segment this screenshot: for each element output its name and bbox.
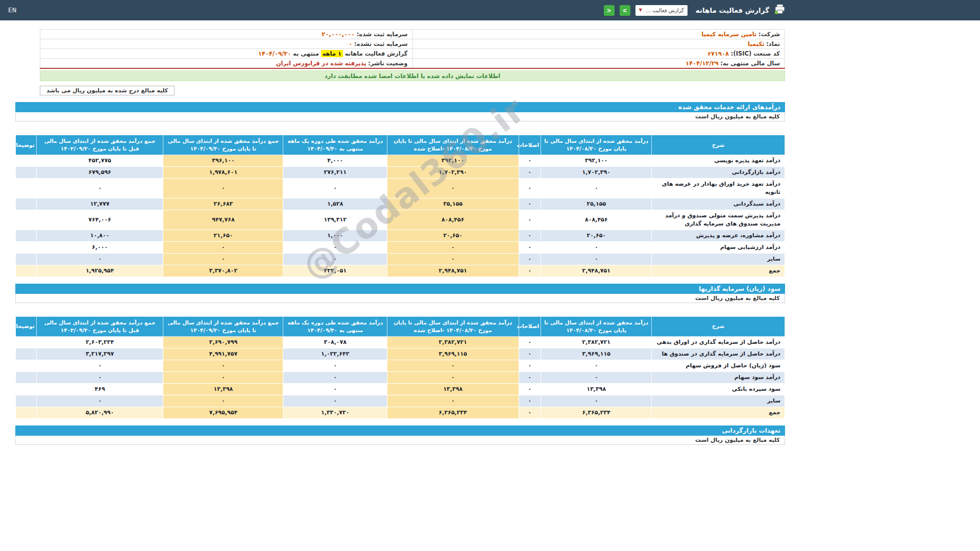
- row-notes: [16, 179, 37, 198]
- row-value: ۰: [519, 167, 541, 179]
- row-label: درآمد پذیرش سمت متولی صندوق و درآمد مدیر…: [652, 210, 785, 230]
- row-notes: [16, 198, 37, 210]
- row-value: ۰: [519, 395, 541, 407]
- row-value: ۱,۹۲۵,۹۵۴: [36, 265, 163, 277]
- row-value: ۰: [163, 241, 283, 253]
- report-period-mid: منتهی به: [293, 50, 319, 57]
- row-value: ۸۰۸,۴۵۶: [541, 210, 652, 230]
- table-row: سود سپرده بانکی۱۳,۳۹۸۰۱۳,۳۹۸۰۱۳,۳۹۸۴۶۹: [16, 383, 785, 395]
- report-type-selected-value: گزارش فعالیت ماهانه: [645, 8, 684, 13]
- row-value: ۲,۹۴۸,۷۵۱: [541, 265, 652, 277]
- row-value: ۰: [541, 360, 652, 372]
- investment-gains-table: شرح درآمد محقق شده از ابتدای سال مالی تا…: [15, 316, 785, 419]
- report-period-date: ۱۴۰۴/۰۹/۳۰: [258, 50, 291, 57]
- col-header-adjusted: درآمد محقق شده از ابتدای سال مالی تا پای…: [387, 135, 519, 155]
- row-value: ۰: [387, 253, 519, 265]
- row-value: ۰: [541, 179, 652, 198]
- row-label: درآمد ارزشیابی سهام: [652, 241, 785, 253]
- table-row: جمع۶,۳۶۵,۲۳۴۰۶,۳۶۵,۲۳۴۱,۳۳۰,۷۲۰۷,۶۹۵,۹۵۴…: [16, 407, 785, 418]
- row-value: ۲۱,۶۵۰: [163, 230, 283, 242]
- row-label: درآمد تعهد پذیره نویسی: [652, 155, 785, 167]
- amounts-note-row: کلیه مبالغ درج شده به میلیون ریال می باش…: [40, 86, 785, 95]
- row-label: درآمد سود سهام: [652, 372, 785, 384]
- table-row: درآمد بازارگردانی۱,۷۰۲,۳۹۰۰۱,۷۰۲,۳۹۰۲۷۶,…: [16, 167, 785, 179]
- row-value: ۰: [163, 360, 283, 372]
- row-value: ۰: [283, 179, 387, 198]
- row-value: ۰: [163, 253, 283, 265]
- row-value: ۱,۳۳۰,۷۲۰: [283, 407, 387, 418]
- table-row: درآمد تعهد پذیره نویسی۳۹۲,۱۰۰۰۳۹۲,۱۰۰۴,۰…: [16, 155, 785, 167]
- row-value: ۱۳,۳۹۸: [541, 383, 652, 395]
- section-title: تعهدات بازارگردانی: [15, 425, 785, 436]
- row-value: ۴,۹۹۱,۷۵۷: [163, 348, 283, 360]
- issuer-status-label: وضعیت ناشر:: [368, 60, 407, 67]
- row-value: ۴۶۹: [36, 383, 163, 395]
- report-page: شرکت: تامین سرمایه کیمیا سرمایه ثبت شده:…: [15, 29, 785, 445]
- col-header-month: درآمد محقق شده طی دوره یک ماهه منتهی به …: [283, 316, 387, 336]
- table-row: سایر۰۰۰۰۰۰: [16, 253, 785, 265]
- row-value: ۰: [283, 360, 387, 372]
- row-value: ۰: [283, 241, 387, 253]
- row-value: ۶,۰۰۰: [36, 241, 163, 253]
- section-title: سود (زیان) سرمایه گذاریها: [15, 284, 785, 294]
- row-value: ۱,۰۰۰: [283, 230, 387, 242]
- col-header-adjustments: اصلاحات: [519, 135, 541, 155]
- row-value: ۰: [519, 230, 541, 242]
- row-value: ۳,۲۱۷,۲۹۷: [36, 348, 163, 360]
- next-report-button[interactable]: >: [620, 5, 630, 16]
- row-notes: [16, 372, 37, 384]
- row-value: ۸۰۸,۴۵۶: [387, 210, 519, 230]
- row-value: ۲,۶۰۳,۲۲۴: [36, 337, 163, 348]
- row-value: ۳,۹۶۹,۱۱۵: [387, 348, 519, 360]
- info-row-symbol: نماد: تکیمیا سرمایه ثبت نشده: ۰: [40, 39, 785, 49]
- row-value: ۴,۰۰۰: [283, 155, 387, 167]
- registered-capital-value: ۲۰,۰۰۰,۰۰۰: [322, 31, 355, 38]
- language-toggle[interactable]: EN: [8, 7, 17, 14]
- row-value: ۶۷۹,۵۹۶: [36, 167, 163, 179]
- row-value: ۵,۸۲۰,۹۹۰: [36, 407, 163, 418]
- row-value: ۰: [387, 395, 519, 407]
- col-header-total: جمع درآمد محقق شده از ابتدای سال مالی تا…: [163, 135, 283, 155]
- row-value: ۳,۳۷۰,۸۰۲: [163, 265, 283, 277]
- company-label: شرکت:: [758, 31, 780, 38]
- table-row: درآمد پذیرش سمت متولی صندوق و درآمد مدیر…: [16, 210, 785, 230]
- row-value: ۰: [36, 253, 163, 265]
- row-notes: [16, 360, 37, 372]
- table-row: سایر۰۰۰۰۰۰: [16, 395, 785, 407]
- row-value: ۹۴۷,۷۶۸: [163, 210, 283, 230]
- row-value: ۰: [387, 372, 519, 384]
- col-header-ytd: درآمد محقق شده از ابتدای سال مالی تا پای…: [541, 135, 652, 155]
- row-value: ۲,۶۹۰,۷۹۹: [163, 337, 283, 348]
- row-value: ۰: [519, 198, 541, 210]
- section-title: درآمدهای ارائه خدمات محقق شده: [15, 102, 785, 112]
- report-type-select[interactable]: گزارش فعالیت ماهانه ▼: [635, 5, 688, 16]
- row-value: ۲,۳۸۲,۷۲۱: [541, 337, 652, 348]
- row-value: ۴۵۲,۷۷۵: [36, 155, 163, 167]
- row-value: ۰: [519, 253, 541, 265]
- row-value: ۰: [519, 241, 541, 253]
- row-value: ۰: [519, 372, 541, 384]
- col-header-prev-year: جمع درآمد محقق شده از ابتدای سال مالی قب…: [36, 135, 163, 155]
- row-notes: [16, 230, 37, 242]
- previous-report-button[interactable]: <: [604, 5, 615, 16]
- print-button[interactable]: [774, 5, 785, 16]
- fiscal-year-label: سال مالی منتهی به:: [720, 60, 780, 67]
- topbar: گزارش فعالیت ماهانه گزارش فعالیت ماهانه …: [0, 0, 980, 20]
- section-subtitle: کلیه مبالغ به میلیون ریال است: [15, 112, 785, 121]
- row-notes: [16, 241, 37, 253]
- row-value: ۱,۰۲۲,۶۴۲: [283, 348, 387, 360]
- row-value: ۳۹۲,۱۰۰: [387, 155, 519, 167]
- row-value: ۰: [283, 395, 387, 407]
- col-header-description: شرح: [652, 135, 785, 155]
- col-header-adjusted: درآمد محقق شده از ابتدای سال مالی تا پای…: [387, 316, 519, 336]
- row-notes: [16, 167, 37, 179]
- table-row: جمع۲,۹۴۸,۷۵۱۰۲,۹۴۸,۷۵۱۴۲۲,۰۵۱۳,۳۷۰,۸۰۲۱,…: [16, 265, 785, 277]
- symbol-value: تکیمیا: [748, 40, 764, 47]
- col-header-total: جمع درآمد محقق شده از ابتدای سال مالی تا…: [163, 316, 283, 336]
- company-info-area: شرکت: تامین سرمایه کیمیا سرمایه ثبت شده:…: [40, 29, 785, 95]
- table-row: درآمد ارزشیابی سهام۰۰۰۰۰۶,۰۰۰: [16, 241, 785, 253]
- row-label: جمع: [652, 407, 785, 418]
- signature-match-banner: اطلاعات نمایش داده شده با اطلاعات امضا ش…: [40, 70, 785, 81]
- row-value: ۲۰,۶۵۰: [387, 230, 519, 242]
- row-value: ۳۰۸,۰۷۸: [283, 337, 387, 348]
